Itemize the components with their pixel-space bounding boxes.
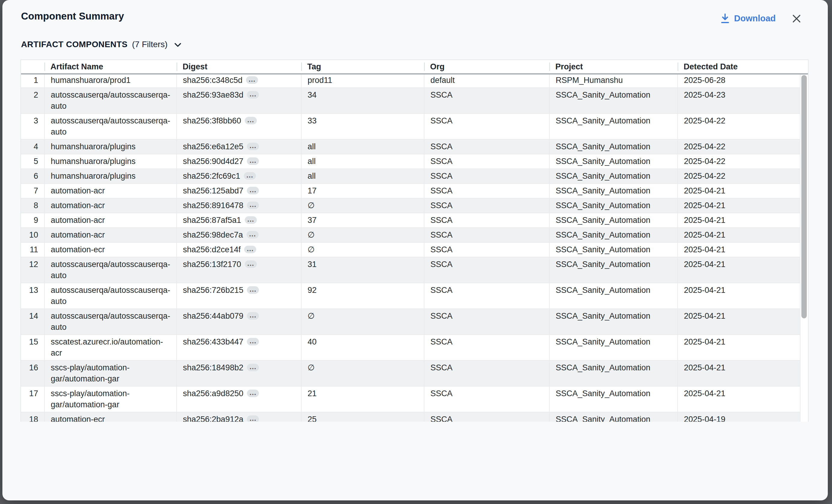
cell-org: SSCA (424, 184, 549, 198)
digest-expand-chip[interactable]: … (245, 117, 257, 124)
cell-org: SSCA (424, 242, 549, 257)
cell-org: SSCA (424, 412, 549, 422)
header-underline (21, 73, 808, 75)
cell-detected-date: 2025-04-22 (678, 169, 800, 184)
download-icon (720, 12, 730, 24)
table-row: 17sscs-play/automation-gar/automation-ga… (21, 386, 800, 412)
cell-detected-date: 2025-04-21 (678, 228, 800, 242)
chevron-down-icon (173, 42, 182, 48)
table-vertical-scrollbar[interactable] (801, 75, 807, 318)
table-row: 2autosscauserqa/autosscauserqa-autosha25… (21, 88, 800, 113)
cell-artifact-name: autosscauserqa/autosscauserqa-auto (45, 309, 177, 335)
cell-tag: ∅ (301, 228, 424, 242)
digest-expand-chip[interactable]: … (247, 390, 259, 397)
digest-expand-chip[interactable]: … (247, 338, 259, 345)
cell-row-number: 5 (21, 154, 45, 169)
cell-artifact-name: humanshuarora/plugins (45, 139, 177, 154)
cell-project: SSCA_Sanity_Automation (549, 169, 678, 184)
table-row: 5humanshuarora/pluginssha256:90d4d27…all… (21, 154, 800, 169)
table-row: 4humanshuarora/pluginssha256:e6a12e5…all… (21, 139, 800, 154)
cell-org: SSCA (424, 139, 549, 154)
cell-tag: 33 (301, 113, 424, 139)
cell-detected-date: 2025-04-21 (678, 213, 800, 228)
cell-artifact-name: humanshuarora/prod1 (45, 73, 177, 88)
cell-project: SSCA_Sanity_Automation (549, 113, 678, 139)
cell-row-number: 18 (21, 412, 45, 422)
artifact-components-section-toggle[interactable]: ARTIFACT COMPONENTS (7 Filters) (21, 38, 182, 50)
table-row: 9automation-acrsha256:87af5a1…37SSCASSCA… (21, 213, 800, 228)
cell-detected-date: 2025-04-22 (678, 154, 800, 169)
cell-digest: sha256:726b215… (177, 283, 301, 309)
cell-detected-date: 2025-04-21 (678, 361, 800, 386)
cell-digest: sha256:44ab079… (177, 309, 301, 335)
table-row: 7automation-acrsha256:125abd7…17SSCASSCA… (21, 184, 800, 198)
table-header-row: Artifact Name Digest Tag Org Project Det… (21, 60, 800, 73)
digest-expand-chip[interactable]: … (245, 260, 257, 268)
col-header-artifact-name: Artifact Name (45, 60, 177, 73)
cell-artifact-name: automation-acr (45, 198, 177, 213)
cell-artifact-name: sscatest.azurecr.io/automation-acr (45, 335, 177, 361)
cell-tag: ∅ (301, 198, 424, 213)
digest-expand-chip[interactable]: … (247, 286, 259, 294)
cell-row-number: 11 (21, 242, 45, 257)
digest-expand-chip[interactable]: … (246, 231, 259, 238)
cell-digest: sha256:d2ce14f… (177, 242, 301, 257)
filters-count-label: (7 Filters) (132, 39, 167, 49)
cell-tag: all (301, 139, 424, 154)
close-button[interactable] (790, 12, 803, 25)
digest-expand-chip[interactable]: … (247, 187, 259, 194)
cell-row-number: 10 (21, 228, 45, 242)
cell-detected-date: 2025-04-21 (678, 198, 800, 213)
cell-row-number: 7 (21, 184, 45, 198)
cell-org: SSCA (424, 154, 549, 169)
digest-expand-chip[interactable]: … (246, 76, 258, 84)
cell-artifact-name: automation-acr (45, 213, 177, 228)
table-row: 15sscatest.azurecr.io/automation-acrsha2… (21, 335, 800, 361)
cell-project: SSCA_Sanity_Automation (549, 257, 678, 283)
col-header-org: Org (424, 60, 549, 73)
cell-digest: sha256:87af5a1… (177, 213, 301, 228)
cell-project: SSCA_Sanity_Automation (549, 213, 678, 228)
cell-detected-date: 2025-04-21 (678, 283, 800, 309)
cell-project: SSCA_Sanity_Automation (549, 386, 678, 412)
cell-digest: sha256:93ae83d… (177, 88, 301, 113)
cell-project: SSCA_Sanity_Automation (549, 361, 678, 386)
download-button[interactable]: Download (720, 11, 776, 25)
cell-row-number: 12 (21, 257, 45, 283)
table-row: 8automation-acrsha256:8916478…∅SSCASSCA_… (21, 198, 800, 213)
cell-row-number: 9 (21, 213, 45, 228)
cell-digest: sha256:13f2170… (177, 257, 301, 283)
cell-project: RSPM_Humanshu (549, 73, 678, 88)
cell-artifact-name: humanshuarora/plugins (45, 154, 177, 169)
cell-tag: 34 (301, 88, 424, 113)
cell-org: SSCA (424, 113, 549, 139)
cell-detected-date: 2025-04-21 (678, 257, 800, 283)
screen-backdrop: Component Summary Download ARTIFACT COMP… (0, 0, 832, 504)
digest-expand-chip[interactable]: … (245, 216, 257, 224)
cell-org: SSCA (424, 361, 549, 386)
digest-expand-chip[interactable]: … (247, 157, 259, 165)
digest-expand-chip[interactable]: … (247, 416, 259, 422)
cell-tag: 25 (301, 412, 424, 422)
digest-expand-chip[interactable]: … (244, 246, 256, 253)
table-row: 3autosscauserqa/autosscauserqa-autosha25… (21, 113, 800, 139)
table-row: 10automation-acrsha256:98dec7a…∅SSCASSCA… (21, 228, 800, 242)
cell-row-number: 15 (21, 335, 45, 361)
digest-expand-chip[interactable]: … (244, 172, 256, 180)
digest-expand-chip[interactable]: … (247, 312, 259, 320)
digest-expand-chip[interactable]: … (247, 143, 259, 150)
cell-digest: sha256:125abd7… (177, 184, 301, 198)
cell-project: SSCA_Sanity_Automation (549, 283, 678, 309)
cell-project: SSCA_Sanity_Automation (549, 88, 678, 113)
digest-expand-chip[interactable]: … (247, 202, 259, 209)
digest-expand-chip[interactable]: … (247, 91, 259, 99)
cell-digest: sha256:433b447… (177, 335, 301, 361)
cell-row-number: 14 (21, 309, 45, 335)
cell-artifact-name: sscs-play/automation-gar/automation-gar (45, 361, 177, 386)
cell-tag: ∅ (301, 242, 424, 257)
digest-expand-chip[interactable]: … (247, 364, 259, 371)
col-header-detected-date: Detected Date (678, 60, 800, 73)
cell-tag: ∅ (301, 361, 424, 386)
cell-artifact-name: automation-acr (45, 184, 177, 198)
component-summary-modal: Component Summary Download ARTIFACT COMP… (2, 0, 828, 500)
